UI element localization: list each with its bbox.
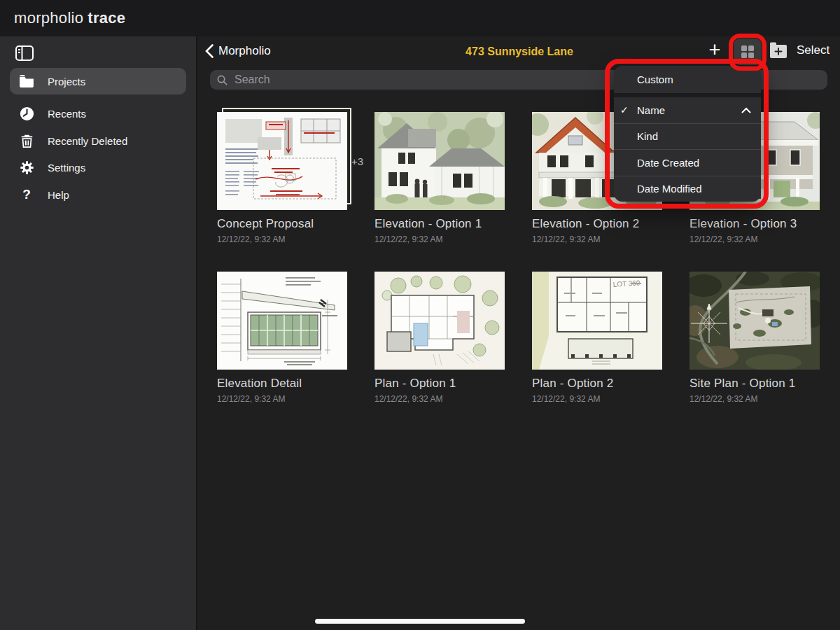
project-date: 12/12/22, 9:32 AM [217,394,347,404]
sidebar-item-help[interactable]: ? Help [10,181,186,208]
search-icon [217,75,227,85]
menu-item-label: Custom [637,74,673,85]
project-card-elevation-1[interactable]: Elevation - Option 1 12/12/22, 9:32 AM [374,112,505,244]
menu-item-label: Date Created [637,157,699,169]
menu-item-kind[interactable]: Kind [614,123,761,150]
project-card-plan-2[interactable]: LOT 360 Plan - Option 2 12/12/22, 9:32 A… [532,272,662,404]
sort-menu: Custom ✓ Name Kind Date Created Date Mod… [614,66,761,202]
menu-item-custom[interactable]: Custom [614,66,761,93]
clock-icon [18,105,35,122]
sidebar-item-projects[interactable]: Projects [10,68,186,94]
brand-light: morpholio [14,9,83,27]
thumbnail-image [217,272,347,370]
question-glyph: ? [22,187,31,202]
thumbnail-image [374,272,505,370]
menu-item-label: Date Modified [637,183,702,195]
project-date: 12/12/22, 9:32 AM [374,394,505,404]
plus-glyph: + [709,38,721,61]
stack-count-badge: +3 [351,155,363,167]
thumbnail-image [217,112,347,210]
menu-item-name[interactable]: ✓ Name [614,97,761,123]
question-icon: ? [18,186,35,203]
menu-item-date-modified[interactable]: Date Modified [614,176,761,202]
project-date: 12/12/22, 9:32 AM [690,234,820,244]
add-button[interactable]: + [704,39,725,62]
new-project-icon [769,41,788,59]
app-window: morpholiotrace Projects Recents [0,0,840,630]
project-card-site-plan[interactable]: Site Plan - Option 1 12/12/22, 9:32 AM [690,272,820,404]
folder-icon [18,73,35,90]
project-title: Elevation - Option 3 [690,217,820,231]
thumbnail-image [690,272,820,370]
chevron-left-icon [205,44,214,58]
select-button[interactable]: Select [769,41,830,59]
back-button[interactable]: Morpholio [205,44,271,58]
chevron-up-icon [741,104,751,116]
sidebar-item-label: Help [48,189,69,201]
project-title: Elevation - Option 2 [532,217,662,231]
page-title: 473 Sunnyside Lane [407,46,631,58]
grid-view-button[interactable] [734,38,762,65]
project-title: Elevation Detail [217,377,347,391]
sidebar-item-recents[interactable]: Recents [10,100,186,127]
home-indicator[interactable] [315,619,525,624]
menu-item-label: Kind [637,130,658,142]
gear-icon [18,159,35,176]
project-title: Site Plan - Option 1 [690,377,820,391]
app-logo: morpholiotrace [14,9,125,27]
project-card-elevation-detail[interactable]: Elevation Detail 12/12/22, 9:32 AM [217,272,347,404]
sidebar-item-label: Recently Deleted [48,135,127,147]
menu-item-date-created[interactable]: Date Created [614,149,761,176]
project-title: Plan - Option 1 [374,377,505,391]
project-card-plan-1[interactable]: Plan - Option 1 12/12/22, 9:32 AM [374,272,505,404]
project-title: Concept Proposal [217,217,347,231]
thumbnail-image: LOT 360 [532,272,662,370]
project-date: 12/12/22, 9:32 AM [690,394,820,404]
project-date: 12/12/22, 9:32 AM [532,234,662,244]
thumbnail-image [374,112,505,210]
sidebar-toggle-button[interactable] [15,45,34,62]
brand-bold: trace [88,9,125,27]
sidebar: Projects Recents Recently Deleted Sett [0,36,197,630]
sidebar-item-label: Settings [48,162,85,174]
project-date: 12/12/22, 9:32 AM [532,394,662,404]
sidebar-toggle-icon [15,45,34,62]
top-bar: morpholiotrace [0,0,840,36]
grid-icon [741,45,755,59]
sidebar-item-recently-deleted[interactable]: Recently Deleted [10,127,186,154]
project-title: Elevation - Option 1 [374,217,505,231]
project-date: 12/12/22, 9:32 AM [374,234,505,244]
sidebar-item-label: Projects [48,76,85,88]
project-date: 12/12/22, 9:32 AM [217,234,347,244]
sidebar-item-settings[interactable]: Settings [10,154,186,181]
back-label: Morpholio [218,44,271,58]
select-label: Select [797,43,830,57]
project-title: Plan - Option 2 [532,377,662,391]
menu-item-label: Name [637,104,665,116]
sidebar-item-label: Recents [48,108,86,120]
project-card-concept-proposal[interactable]: +3 Concept Proposal 12/12/22, 9:32 AM [217,112,347,244]
trash-icon [18,132,35,149]
checkmark-icon: ✓ [620,104,629,115]
